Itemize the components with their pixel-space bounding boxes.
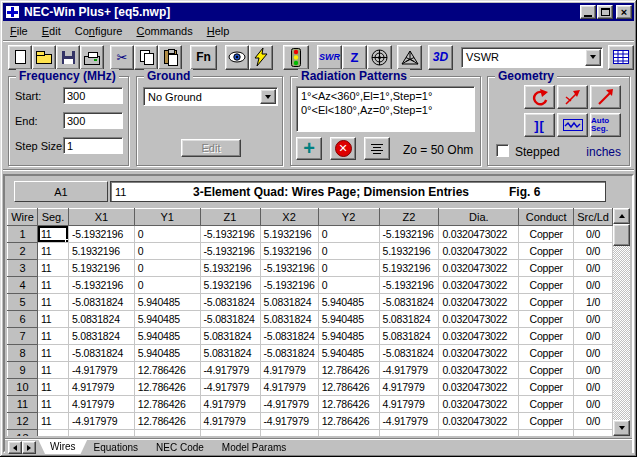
cell[interactable] — [574, 430, 613, 437]
cell[interactable]: 0 — [134, 260, 200, 277]
cell[interactable]: -4.917979 — [68, 362, 134, 379]
cell[interactable]: 0/0 — [574, 277, 613, 294]
cell[interactable]: -5.1932196 — [200, 243, 260, 260]
cell[interactable]: -5.0831824 — [379, 345, 439, 362]
close-button[interactable]: × — [616, 5, 632, 19]
cell[interactable]: 11 — [37, 379, 68, 396]
cell[interactable]: -5.0831824 — [379, 294, 439, 311]
cell[interactable]: 4.917979 — [379, 379, 439, 396]
output-combobox[interactable]: VSWR — [461, 47, 603, 68]
print-button[interactable] — [80, 45, 104, 70]
impedance-button[interactable]: Z — [342, 45, 367, 70]
minimize-button[interactable] — [580, 5, 596, 19]
cell[interactable]: Copper — [519, 277, 574, 294]
formula-field[interactable]: 11 3-Element Quad: Wires Page; Dimension… — [110, 181, 606, 202]
cell[interactable]: 0.0320473022 — [439, 277, 519, 294]
cell[interactable]: 11 — [37, 362, 68, 379]
cell[interactable]: 0.0320473022 — [439, 294, 519, 311]
copy-button[interactable] — [134, 45, 158, 70]
paste-button[interactable] — [158, 45, 182, 70]
cell[interactable]: 5.940485 — [318, 294, 379, 311]
cell[interactable]: 5.940485 — [134, 345, 200, 362]
cell[interactable] — [37, 430, 68, 437]
cell[interactable]: 12.786426 — [318, 413, 379, 430]
column-header-z2[interactable]: Z2 — [379, 209, 439, 226]
cut-button[interactable]: ✂ — [110, 45, 134, 70]
cell[interactable]: 0 — [318, 260, 379, 277]
radiation-pattern-item[interactable]: 1°<Az<360°,El=1°,Step=1° — [301, 89, 470, 103]
cell[interactable]: 0/0 — [574, 413, 613, 430]
tab-nec-code[interactable]: NEC Code — [144, 440, 216, 454]
tab-wires[interactable]: Wires — [38, 439, 88, 454]
cell[interactable]: Copper — [519, 260, 574, 277]
swr-button[interactable]: SWR — [317, 45, 342, 70]
cell[interactable]: 11 — [37, 328, 68, 345]
new-button[interactable] — [8, 45, 32, 70]
cell[interactable]: -5.1932196 — [260, 277, 318, 294]
cell[interactable]: 0.0320473022 — [439, 243, 519, 260]
row-header-cell[interactable]: 11 — [8, 396, 38, 413]
add-pattern-button[interactable]: + — [296, 137, 322, 160]
cell[interactable]: 4.917979 — [200, 396, 260, 413]
rotate-button[interactable] — [524, 85, 555, 109]
column-header-y1[interactable]: Y1 — [134, 209, 200, 226]
menu-help[interactable]: Help — [200, 23, 237, 39]
cell[interactable]: 5.1932196 — [379, 260, 439, 277]
cell[interactable] — [260, 430, 318, 437]
scroll-down-button[interactable] — [613, 420, 630, 436]
cell[interactable]: Copper — [519, 379, 574, 396]
cell[interactable]: 5.0831824 — [68, 311, 134, 328]
cell[interactable]: 4.917979 — [68, 379, 134, 396]
column-header-x2[interactable]: X2 — [260, 209, 318, 226]
cell[interactable]: 0 — [134, 277, 200, 294]
delete-pattern-button[interactable]: ✕ — [330, 137, 356, 160]
cell[interactable]: 11 — [37, 260, 68, 277]
row-header-cell[interactable]: 12 — [8, 413, 38, 430]
menu-edit[interactable]: Edit — [35, 23, 68, 39]
cell[interactable]: 1/0 — [574, 294, 613, 311]
cell[interactable]: 0/0 — [574, 328, 613, 345]
cell[interactable]: -5.1932196 — [68, 277, 134, 294]
row-header-cell[interactable]: 8 — [8, 345, 38, 362]
cell[interactable]: 12.786426 — [134, 396, 200, 413]
cell[interactable]: 11 — [37, 396, 68, 413]
cell[interactable]: Copper — [519, 345, 574, 362]
cell[interactable]: 12.786426 — [134, 362, 200, 379]
row-header-cell[interactable]: 5 — [8, 294, 38, 311]
cell[interactable]: 12.786426 — [134, 379, 200, 396]
cell[interactable]: Copper — [519, 413, 574, 430]
cell[interactable]: 5.1932196 — [200, 277, 260, 294]
cell[interactable]: 5.940485 — [318, 311, 379, 328]
cell[interactable]: 0.0320473022 — [439, 311, 519, 328]
cell[interactable]: 5.0831824 — [200, 328, 260, 345]
cell[interactable]: 0/0 — [574, 311, 613, 328]
save-button[interactable] — [56, 45, 80, 70]
view-button[interactable] — [225, 45, 249, 70]
cell[interactable]: 5.1932196 — [68, 260, 134, 277]
row-header-cell[interactable]: 2 — [8, 243, 38, 260]
cell[interactable]: 0/0 — [574, 226, 613, 243]
cell[interactable]: 11 — [37, 294, 68, 311]
tab-equations[interactable]: Equations — [82, 440, 150, 454]
cell[interactable]: 0 — [134, 243, 200, 260]
row-header-cell[interactable]: 1 — [8, 226, 38, 243]
cell[interactable]: 4.917979 — [260, 362, 318, 379]
cell[interactable]: 12.786426 — [134, 413, 200, 430]
cell[interactable]: 0.0320473022 — [439, 345, 519, 362]
cell[interactable]: 5.940485 — [134, 328, 200, 345]
cell[interactable]: 0/0 — [574, 396, 613, 413]
cell[interactable]: 11 — [37, 243, 68, 260]
menu-file[interactable]: File — [3, 23, 35, 39]
cell[interactable]: -5.0831824 — [200, 311, 260, 328]
cell[interactable]: 4.917979 — [260, 379, 318, 396]
cell[interactable]: 5.940485 — [134, 294, 200, 311]
ground-edit-button[interactable]: Edit — [181, 139, 241, 157]
cell[interactable]: 12.786426 — [318, 379, 379, 396]
maximize-button[interactable] — [597, 5, 613, 19]
menu-configure[interactable]: Configure — [68, 23, 130, 39]
cell[interactable] — [379, 430, 439, 437]
ground-combobox[interactable]: No Ground — [143, 87, 278, 106]
selection-handle[interactable] — [65, 239, 69, 243]
column-header-dia-[interactable]: Dia. — [439, 209, 519, 226]
cell[interactable]: 11 — [37, 277, 68, 294]
